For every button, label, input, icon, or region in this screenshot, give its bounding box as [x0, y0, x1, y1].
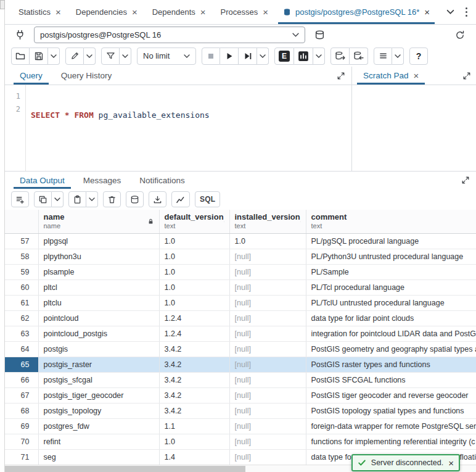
data-cell[interactable]: 1.1	[159, 418, 229, 434]
expand-output-icon[interactable]	[455, 172, 476, 189]
data-cell[interactable]: 1.2.4	[159, 326, 229, 341]
toast-close-icon[interactable]: ×	[448, 458, 454, 468]
data-cell[interactable]: 1.0	[159, 233, 229, 249]
row-number-cell[interactable]: 67	[5, 387, 38, 403]
data-cell[interactable]: 3.4.2	[159, 341, 229, 357]
data-cell[interactable]: [null]	[229, 418, 306, 434]
row-number-cell[interactable]: 65	[5, 357, 38, 372]
data-cell[interactable]: PL/Tcl procedural language	[306, 279, 476, 295]
data-cell[interactable]: 1.0	[159, 279, 229, 295]
explain-button[interactable]: E	[274, 48, 294, 65]
data-cell[interactable]: PostGIS geometry and geography spatial t…	[306, 341, 476, 357]
data-cell[interactable]: 3.4.2	[159, 357, 229, 372]
row-number-cell[interactable]: 64	[5, 341, 38, 357]
data-cell[interactable]: postgis_tiger_geocoder	[38, 387, 159, 403]
kebab-menu-icon[interactable]	[464, 6, 469, 18]
data-cell[interactable]: PL/pgSQL procedural language	[306, 233, 476, 249]
sql-button[interactable]: SQL	[195, 191, 220, 207]
macros-button[interactable]	[374, 48, 392, 65]
execute-dropdown-button[interactable]	[257, 48, 269, 65]
open-file-button[interactable]	[11, 48, 30, 65]
tab-postgis-postgres-postgresql-16-[interactable]: postgis/postgres@PostgreSQL 16*×	[276, 0, 437, 24]
data-cell[interactable]: PostGIS raster types and functions	[306, 357, 476, 372]
execute-query-button[interactable]	[220, 48, 239, 65]
data-cell[interactable]: postgis_sfcgal	[38, 372, 159, 387]
data-cell[interactable]: [null]	[229, 434, 306, 449]
row-number-cell[interactable]: 70	[5, 434, 38, 449]
data-cell[interactable]: 1.0	[159, 249, 229, 264]
row-number-cell[interactable]: 71	[5, 449, 38, 465]
add-row-button[interactable]	[11, 191, 29, 207]
tab-statistics[interactable]: Statistics×	[11, 0, 68, 24]
macros-dropdown-button[interactable]	[392, 48, 404, 65]
tab-close-icon[interactable]: ×	[424, 7, 430, 17]
data-cell[interactable]: [null]	[229, 279, 306, 295]
scrollbar-thumb[interactable]	[5, 466, 245, 472]
data-cell[interactable]: plpython3u	[38, 249, 159, 264]
paste-dropdown-button[interactable]	[86, 191, 98, 207]
expand-editor-icon[interactable]	[330, 67, 351, 85]
scratch-pad-close-icon[interactable]: ×	[414, 71, 419, 80]
data-cell[interactable]: [null]	[229, 264, 306, 279]
data-cell[interactable]: [null]	[229, 357, 306, 372]
data-cell[interactable]: [null]	[229, 249, 306, 264]
data-cell[interactable]: functions for implementing referential i…	[306, 434, 476, 449]
rollback-button[interactable]	[350, 48, 368, 65]
row-number-cell[interactable]: 60	[5, 279, 38, 295]
data-cell[interactable]: 1.2.4	[159, 310, 229, 326]
tab-close-icon[interactable]: ×	[55, 7, 61, 17]
data-cell[interactable]: [null]	[229, 326, 306, 341]
row-number-cell[interactable]: 63	[5, 326, 38, 341]
data-cell[interactable]: foreign-data wrapper for remote PostgreS…	[306, 418, 476, 434]
copy-dropdown-button[interactable]	[52, 191, 64, 207]
row-number-cell[interactable]: 68	[5, 403, 38, 418]
data-cell[interactable]: 1.0	[159, 295, 229, 310]
data-cell[interactable]: postgis	[38, 341, 159, 357]
tab-close-icon[interactable]: ×	[200, 7, 206, 17]
scratch-pad-editor[interactable]	[352, 85, 476, 171]
data-cell[interactable]: 1.4	[159, 449, 229, 465]
commit-button[interactable]	[330, 48, 350, 65]
paste-button[interactable]	[68, 191, 86, 207]
tab-overflow-chevron-down-icon[interactable]	[445, 4, 456, 20]
row-number-cell[interactable]: 59	[5, 264, 38, 279]
row-number-cell[interactable]: 69	[5, 418, 38, 434]
data-cell[interactable]: seg	[38, 449, 159, 465]
row-number-cell[interactable]: 66	[5, 372, 38, 387]
execute-script-button[interactable]	[239, 48, 257, 65]
data-cell[interactable]: 1.0	[159, 264, 229, 279]
tab-close-icon[interactable]: ×	[263, 7, 268, 17]
save-dropdown-button[interactable]	[48, 48, 60, 65]
data-cell[interactable]: postgis_topology	[38, 403, 159, 418]
expand-scratch-pad-icon[interactable]	[458, 67, 476, 85]
data-cell[interactable]: 3.4.2	[159, 387, 229, 403]
data-cell[interactable]: integration for pointcloud LIDAR data an…	[306, 326, 476, 341]
data-cell[interactable]: 1.0	[159, 434, 229, 449]
tab-dependencies[interactable]: Dependencies×	[68, 0, 145, 24]
new-connection-button[interactable]	[311, 27, 328, 43]
tab-query[interactable]: Query	[14, 67, 49, 85]
help-button[interactable]: ?	[409, 48, 428, 65]
data-cell[interactable]: pointcloud_postgis	[38, 326, 159, 341]
row-number-cell[interactable]: 62	[5, 310, 38, 326]
data-cell[interactable]: 1.0	[229, 233, 306, 249]
tab-dependents[interactable]: Dependents×	[145, 0, 213, 24]
tab-processes[interactable]: Processes×	[213, 0, 276, 24]
row-limit-select[interactable]: No limit	[137, 48, 196, 65]
data-cell[interactable]: PostGIS tiger geocoder and reverse geoco…	[306, 387, 476, 403]
data-cell[interactable]: 3.4.2	[159, 372, 229, 387]
data-cell[interactable]: [null]	[229, 310, 306, 326]
column-header-comment[interactable]: comment text	[306, 210, 476, 233]
tab-query-history[interactable]: Query History	[55, 67, 118, 85]
data-cell[interactable]: [null]	[229, 295, 306, 310]
filter-button[interactable]	[101, 48, 120, 65]
data-cell[interactable]: 3.4.2	[159, 403, 229, 418]
save-file-button[interactable]	[30, 48, 48, 65]
connection-select[interactable]: postgis/postgres@PostgreSQL 16	[34, 27, 305, 43]
data-cell[interactable]: plsample	[38, 264, 159, 279]
data-cell[interactable]: postgis_raster	[38, 357, 159, 372]
data-cell[interactable]: refint	[38, 434, 159, 449]
delete-row-button[interactable]	[103, 191, 121, 207]
data-cell[interactable]: [null]	[229, 449, 306, 465]
tab-scratch-pad[interactable]: Scratch Pad ×	[357, 67, 425, 85]
